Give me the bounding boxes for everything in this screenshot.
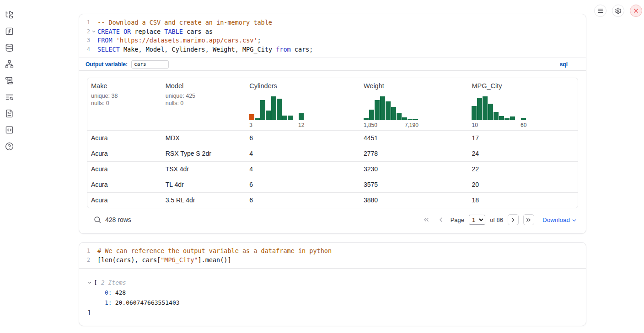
column-header-cylinders[interactable]: Cylinders xyxy=(246,78,360,90)
table-cell: 3230 xyxy=(360,162,468,177)
fold-chevron-icon[interactable] xyxy=(90,27,97,37)
hist-bar xyxy=(380,96,385,120)
hist-bar xyxy=(277,99,282,120)
column-header-model[interactable]: Model xyxy=(162,78,246,90)
hist-bar xyxy=(510,116,515,120)
table-row[interactable]: AcuraMDX6445117 xyxy=(87,130,578,146)
hist-bar xyxy=(499,116,504,120)
datasources-icon[interactable] xyxy=(5,43,14,52)
table-row[interactable]: AcuraRSX Type S 2dr4277824 xyxy=(87,146,578,161)
hist-bar xyxy=(249,114,254,120)
output-variable-row: Output variable: sql xyxy=(79,58,586,70)
next-page-button[interactable] xyxy=(508,214,519,225)
python-code-editor[interactable]: 1# We can reference the output variable … xyxy=(79,243,586,268)
table-footer: 428 rows Page 1 of 86 xyxy=(87,213,578,227)
dependency-graph-icon[interactable] xyxy=(5,60,14,69)
logs-search-icon[interactable] xyxy=(5,93,14,101)
table-stats-row: unique: 38nulls: 0unique: 425nulls: 0312… xyxy=(87,90,578,130)
hist-bar xyxy=(521,118,526,120)
hist-bar xyxy=(266,111,271,120)
fold-spacer xyxy=(90,18,97,27)
outline-scroll-icon[interactable] xyxy=(5,76,14,85)
sql-code-editor[interactable]: 1-- Download a CSV and create an in-memo… xyxy=(79,14,586,58)
tree-entry-value: 428 xyxy=(115,288,126,298)
variables-icon[interactable] xyxy=(5,27,14,36)
items-count-label: 2 Items xyxy=(101,278,126,288)
collapse-chevron-icon[interactable] xyxy=(87,280,94,285)
code-line[interactable]: 2[len(cars), cars["MPG_City"].mean()] xyxy=(79,256,586,265)
last-page-button[interactable] xyxy=(523,214,534,225)
histogram-weight[interactable]: 1,8507,190 xyxy=(364,96,419,128)
hist-bar xyxy=(369,110,374,120)
hist-bar xyxy=(472,106,477,120)
file-explorer-icon[interactable] xyxy=(5,11,14,19)
code-line[interactable]: 1-- Download a CSV and create an in-memo… xyxy=(79,18,586,27)
table-cell: RSX Type S 2dr xyxy=(162,146,246,161)
column-header-weight[interactable]: Weight xyxy=(360,78,468,90)
column-header-make[interactable]: Make xyxy=(87,78,162,90)
download-label: Download xyxy=(542,217,570,223)
table-cell: Acura xyxy=(87,131,162,146)
fold-spacer xyxy=(90,247,97,256)
table-cell: Acura xyxy=(87,193,162,208)
help-icon[interactable] xyxy=(5,142,14,151)
column-header-mpg_city[interactable]: MPG_City xyxy=(468,78,578,90)
download-button[interactable]: Download xyxy=(542,217,577,223)
column-stats-weight: 1,8507,190 xyxy=(360,90,468,130)
column-stats-make: unique: 38nulls: 0 xyxy=(87,90,162,130)
open-bracket: [ xyxy=(94,278,97,288)
hist-bar xyxy=(282,116,287,120)
line-number: 3 xyxy=(79,36,90,45)
table-cell: TSX 4dr xyxy=(162,162,246,177)
row-count: 428 rows xyxy=(105,216,131,223)
menu-button[interactable] xyxy=(594,5,606,17)
hist-bar xyxy=(260,100,265,120)
settings-button[interactable] xyxy=(612,5,624,17)
table-cell: 4 xyxy=(246,162,360,177)
table-row[interactable]: AcuraTSX 4dr4323022 xyxy=(87,161,578,177)
line-number: 1 xyxy=(79,18,90,27)
table-cell: 6 xyxy=(246,193,360,208)
hist-bar xyxy=(483,96,488,120)
snippets-icon[interactable] xyxy=(5,126,14,134)
fold-spacer xyxy=(90,45,97,54)
table-cell: Acura xyxy=(87,162,162,177)
line-number: 2 xyxy=(79,256,90,265)
sql-output-area: MakeModelCylindersWeightMPG_City unique:… xyxy=(79,70,586,233)
histogram-cylinders[interactable]: 312 xyxy=(249,96,304,128)
previous-page-button[interactable] xyxy=(436,215,446,225)
documentation-icon[interactable] xyxy=(5,109,14,118)
column-stats-cylinders: 312 xyxy=(246,90,360,130)
page-select[interactable]: 1 xyxy=(469,215,485,225)
python-cell: 1# We can reference the output variable … xyxy=(79,242,586,326)
table-cell: 24 xyxy=(468,146,578,161)
hist-bar xyxy=(413,119,418,120)
first-page-button[interactable] xyxy=(421,215,431,225)
page-total-label: of 86 xyxy=(490,217,503,223)
histogram-mpg_city[interactable]: 1060 xyxy=(472,96,526,128)
shutdown-button[interactable] xyxy=(630,5,642,17)
chevron-down-icon xyxy=(571,217,577,223)
line-number: 4 xyxy=(79,45,90,54)
table-cell: 22 xyxy=(468,162,578,177)
language-badge[interactable]: sql xyxy=(560,61,568,68)
hist-bar xyxy=(375,100,380,120)
line-number: 1 xyxy=(79,247,90,256)
code-line[interactable]: 4SELECT Make, Model, Cylinders, Weight, … xyxy=(79,45,586,54)
table-cell: Acura xyxy=(87,177,162,192)
code-line[interactable]: 3FROM 'https://datasets.marimo.app/cars.… xyxy=(79,36,586,45)
hist-bar xyxy=(494,112,499,120)
close-bracket: ] xyxy=(87,308,91,318)
line-number: 2 xyxy=(79,27,90,37)
tree-root-line: [ 2 Items xyxy=(87,278,578,288)
table-search-icon[interactable] xyxy=(93,216,102,224)
table-cell: 6 xyxy=(246,177,360,192)
column-stats-mpg_city: 1060 xyxy=(468,90,578,130)
table-row[interactable]: Acura3.5 RL 4dr6388018 xyxy=(87,192,578,208)
code-line[interactable]: 2CREATE OR replace TABLE cars as xyxy=(79,27,586,37)
table-row[interactable]: AcuraTL 4dr6357520 xyxy=(87,177,578,192)
code-line[interactable]: 1# We can reference the output variable … xyxy=(79,247,586,256)
table-cell: 3.5 RL 4dr xyxy=(162,193,246,208)
hist-bar xyxy=(391,107,396,120)
output-variable-input[interactable] xyxy=(131,60,169,69)
